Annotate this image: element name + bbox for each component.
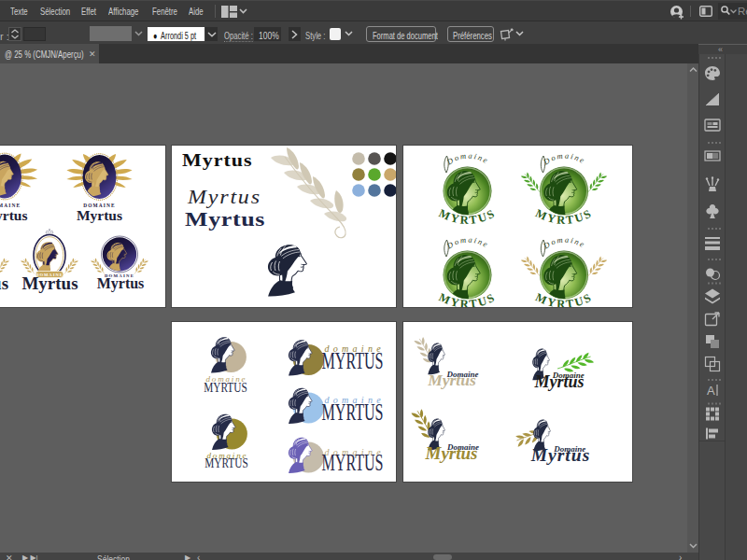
- svg-text:Myrtus: Myrtus: [427, 371, 476, 389]
- svg-text:Myrtus: Myrtus: [97, 275, 145, 292]
- svg-text:Myrtus: Myrtus: [530, 445, 590, 465]
- svg-text:MYRTUS: MYRTUS: [322, 348, 384, 373]
- svg-text:A: A: [707, 384, 715, 398]
- svg-text:Myrtus: Myrtus: [0, 207, 28, 223]
- svg-text:MYRTUS: MYRTUS: [204, 379, 247, 395]
- svg-text:Myrtus: Myrtus: [0, 273, 8, 293]
- svg-text:Myrtus: Myrtus: [77, 207, 122, 223]
- svg-text:MYRTUS: MYRTUS: [204, 455, 248, 470]
- svg-text:MYRTUS: MYRTUS: [322, 399, 384, 425]
- svg-text:MYRTUS: MYRTUS: [322, 450, 384, 475]
- svg-text:Myrtus: Myrtus: [425, 443, 478, 463]
- svg-text:Myrtus: Myrtus: [21, 273, 78, 293]
- svg-text:Myrtus: Myrtus: [533, 372, 584, 391]
